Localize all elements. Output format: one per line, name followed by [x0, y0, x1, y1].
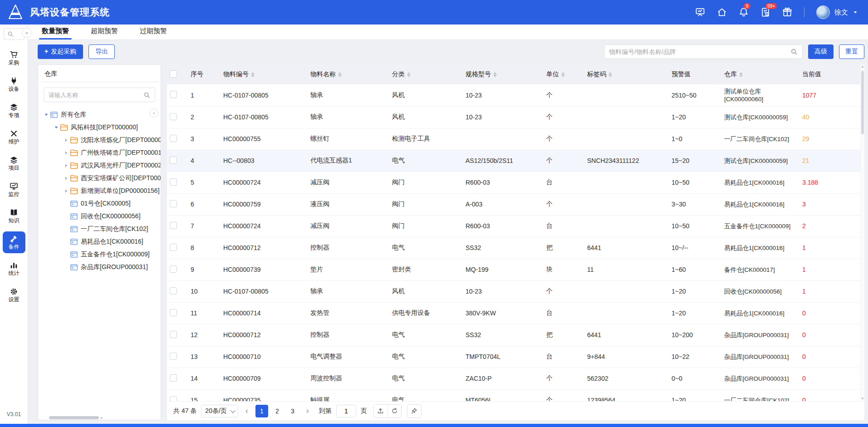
- tree-node[interactable]: 西安宝塔煤矿公司[DEPT0002: [43, 172, 161, 185]
- tree-expand-icon[interactable]: [53, 125, 60, 130]
- column-header-仓库[interactable]: 仓库: [721, 64, 799, 84]
- column-header-物料名称[interactable]: 物料名称: [308, 64, 389, 84]
- row-checkbox[interactable]: [170, 353, 177, 360]
- gift-icon[interactable]: [782, 7, 792, 17]
- column-header-分类[interactable]: 分类: [389, 64, 463, 84]
- horizontal-scrollbar[interactable]: [0, 424, 868, 427]
- column-header-物料编号[interactable]: 物料编号: [221, 64, 308, 84]
- tree-node[interactable]: 新增测试单位[DP00000156]: [43, 185, 161, 197]
- tree-expand-icon[interactable]: [63, 163, 70, 168]
- sort-icon[interactable]: [739, 72, 743, 77]
- tree-expand-icon[interactable]: [43, 113, 50, 117]
- row-checkbox[interactable]: [170, 396, 177, 402]
- goto-page-input[interactable]: [336, 405, 356, 417]
- column-header-规格型号[interactable]: 规格型号: [463, 64, 544, 84]
- row-checkbox[interactable]: [170, 331, 177, 338]
- tree-node[interactable]: 所有仓库: [43, 108, 161, 121]
- select-all-checkbox[interactable]: [170, 70, 177, 78]
- sidebar-item-设备[interactable]: 设备: [3, 74, 25, 95]
- next-page-button[interactable]: ›: [304, 406, 312, 416]
- material-search-input[interactable]: [609, 48, 790, 55]
- table-row[interactable]: 12HC00000712控制器电气SS32把644110~200杂品库[GROU…: [167, 324, 864, 346]
- sidenav-search-box[interactable]: [4, 28, 25, 40]
- table-row[interactable]: 15HC00000735触摸屏电气MT6056L个123985641~20一厂二…: [167, 389, 864, 401]
- sort-icon[interactable]: [338, 72, 342, 77]
- export-table-button[interactable]: [374, 405, 387, 417]
- table-row[interactable]: 14HC00000709周波控制器电气ZAC10-P个5623020~0杂品库[…: [167, 368, 864, 389]
- row-checkbox[interactable]: [170, 135, 177, 142]
- tree-node[interactable]: 回收仓[CK00000056]: [43, 210, 161, 223]
- sort-icon[interactable]: [608, 72, 612, 77]
- sidebar-expand-button[interactable]: »: [22, 28, 32, 38]
- tab-数量预警[interactable]: 数量预警: [41, 27, 70, 39]
- dashboard-icon[interactable]: [695, 7, 705, 17]
- table-vertical-scrollbar[interactable]: ▲▼: [860, 64, 864, 401]
- pin-columns-button[interactable]: [407, 405, 421, 417]
- tree-horizontal-scrollbar[interactable]: ▸: [38, 415, 161, 420]
- table-row[interactable]: 10HC-0107-00805轴承风机10-23个1~20回收仓[CK00000…: [167, 280, 864, 302]
- row-checkbox[interactable]: [170, 374, 177, 382]
- tree-node[interactable]: 广州铁塔铸造厂[DEPT000016: [43, 147, 161, 159]
- tree-node[interactable]: 风拓科技[DEPT000000]: [43, 121, 161, 134]
- refresh-button[interactable]: [387, 405, 401, 417]
- todo-document-icon[interactable]: 99+: [760, 7, 770, 17]
- page-size-select[interactable]: 20条/页: [201, 405, 238, 417]
- tree-expand-icon[interactable]: [63, 151, 70, 155]
- user-menu[interactable]: 徐文: [816, 5, 858, 19]
- export-button[interactable]: 导出: [88, 44, 115, 59]
- page-button-3[interactable]: 3: [286, 405, 299, 417]
- tree-expand-icon[interactable]: [63, 189, 70, 193]
- column-header-单位[interactable]: 单位: [544, 64, 584, 84]
- sidebar-item-知识[interactable]: 知识: [3, 205, 25, 227]
- tree-node[interactable]: 01号仓[CK00005]: [43, 197, 161, 210]
- sort-icon[interactable]: [251, 72, 255, 77]
- tree-node[interactable]: 一厂二车间仓库[CK102]: [43, 223, 161, 236]
- notification-bell-icon[interactable]: 9: [739, 7, 749, 17]
- table-row[interactable]: 11HC00000714发热管供电专用设备380V-9KW台1~20易耗品仓1[…: [167, 302, 864, 324]
- tree-node[interactable]: 杂品库[GROUP000031]: [43, 261, 161, 274]
- row-checkbox[interactable]: [170, 113, 177, 120]
- sort-icon[interactable]: [407, 72, 411, 77]
- sidebar-item-设置[interactable]: 设置: [3, 284, 25, 306]
- column-header-标签码[interactable]: 标签码: [584, 64, 669, 84]
- table-row[interactable]: 3HC00000755螺丝钉检测电子工具个1~0一厂二车间仓库[CK102]29: [167, 128, 864, 150]
- create-purchase-button[interactable]: +发起采购: [38, 44, 83, 59]
- sidebar-item-备件[interactable]: 备件: [3, 231, 25, 253]
- sidebar-item-统计[interactable]: 统计: [3, 258, 25, 280]
- row-checkbox[interactable]: [170, 309, 177, 316]
- table-row[interactable]: 13HC00000710电气调整器电气TMPT0704L台9+84410~22杂…: [167, 346, 864, 368]
- tree-node[interactable]: 五金备件仓1[CK000009]: [43, 248, 161, 261]
- row-checkbox[interactable]: [170, 91, 177, 98]
- table-row[interactable]: 5HC00000724减压阀阀门R600-03台10~50易耗品仓1[CK000…: [167, 172, 864, 193]
- tree-expand-icon[interactable]: [63, 138, 70, 142]
- table-row[interactable]: 2HC-0107-00805轴承风机10-23个1~20测试仓库[CK00000…: [167, 106, 864, 128]
- advanced-search-button[interactable]: 高级: [808, 44, 834, 59]
- row-checkbox[interactable]: [170, 200, 177, 207]
- prev-page-button[interactable]: ‹: [243, 406, 251, 416]
- panel-collapse-button[interactable]: ›: [149, 108, 158, 118]
- tree-node[interactable]: 沈阳水塔炼化厂[DEPT000006: [43, 134, 161, 147]
- table-row[interactable]: 7HC00000724减压阀阀门R600-03台10~50五金备件仓1[CK00…: [167, 215, 864, 237]
- tab-过期预警[interactable]: 过期预警: [139, 27, 168, 39]
- table-row[interactable]: 6HC00000759液压阀阀门A-003个3~30易耗品仓1[CK000016…: [167, 193, 864, 215]
- sidebar-item-项目[interactable]: 项目: [3, 152, 25, 174]
- row-checkbox[interactable]: [170, 265, 177, 273]
- tab-超期预警[interactable]: 超期预警: [90, 27, 119, 39]
- sidebar-item-监控[interactable]: 监控: [3, 179, 25, 201]
- tree-expand-icon[interactable]: [63, 176, 70, 181]
- table-row[interactable]: 1HC-0107-00805轴承风机10-23个2510~50测试单位仓库[CK…: [167, 84, 864, 106]
- row-checkbox[interactable]: [170, 157, 177, 164]
- table-row[interactable]: 8HC00000712控制器电气SS32把644110~/--易耗品仓1[CK0…: [167, 237, 864, 259]
- page-button-1[interactable]: 1: [255, 405, 268, 417]
- row-checkbox[interactable]: [170, 287, 177, 294]
- sidebar-item-专项[interactable]: 专项: [3, 100, 25, 122]
- tree-node[interactable]: 武汉风塔光纤厂[DEPT000021]: [43, 159, 161, 172]
- table-row[interactable]: 9HC00000739垫片密封类MQ-199块111~60备件仓[CK00001…: [167, 259, 864, 280]
- sort-icon[interactable]: [493, 72, 497, 77]
- row-checkbox[interactable]: [170, 178, 177, 186]
- sidebar-item-维护[interactable]: 维护: [3, 126, 25, 148]
- row-checkbox[interactable]: [170, 222, 177, 229]
- row-checkbox[interactable]: [170, 244, 177, 251]
- tree-node[interactable]: 易耗品仓1[CK000016]: [43, 236, 161, 248]
- table-row[interactable]: 4HC--00803代电流互感器1电气AS12/150b/2S11个SNCH23…: [167, 150, 864, 172]
